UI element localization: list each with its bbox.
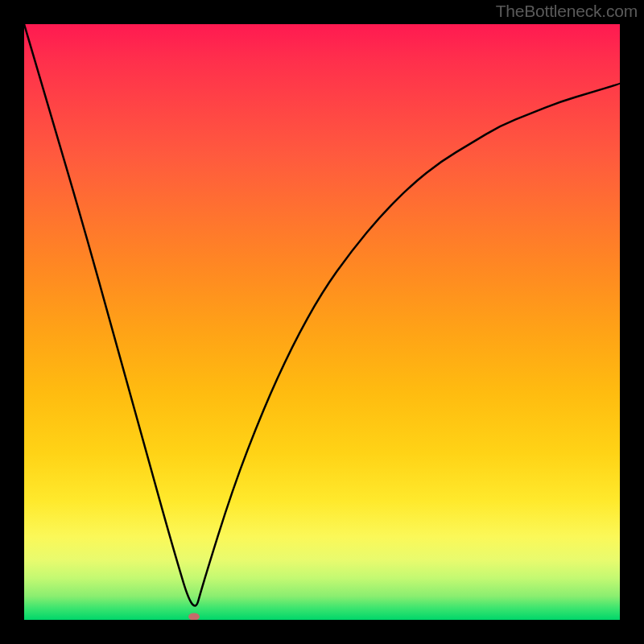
bottleneck-curve-path xyxy=(24,24,620,606)
watermark-text: TheBottleneck.com xyxy=(496,2,638,21)
chart-frame: TheBottleneck.com xyxy=(0,0,644,644)
min-marker-dot xyxy=(188,613,200,620)
curve-svg xyxy=(24,24,620,620)
plot-area xyxy=(24,24,620,620)
